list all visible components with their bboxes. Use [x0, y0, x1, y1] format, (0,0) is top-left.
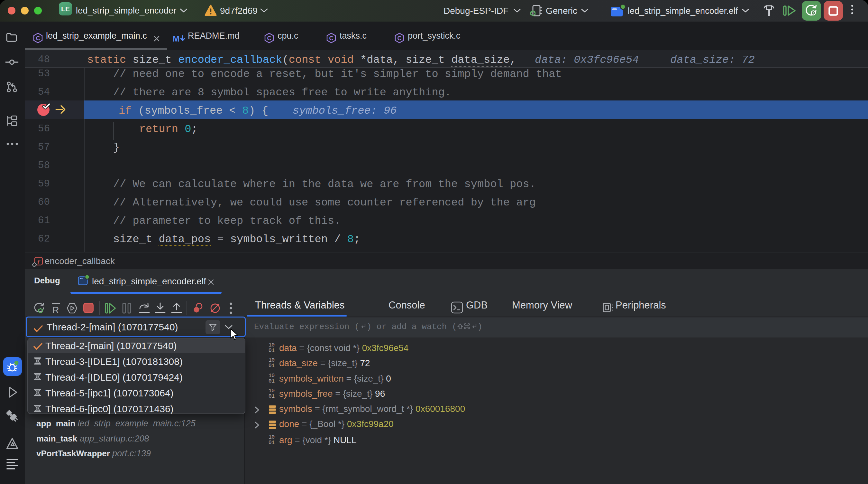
svg-text:C: C: [36, 35, 40, 41]
svg-text:C: C: [329, 35, 333, 41]
svg-text:M: M: [173, 34, 180, 43]
svg-text:f: f: [37, 259, 40, 265]
svg-text:R: R: [52, 305, 59, 314]
svg-text:C: C: [267, 35, 271, 41]
svg-text:C: C: [397, 35, 401, 41]
